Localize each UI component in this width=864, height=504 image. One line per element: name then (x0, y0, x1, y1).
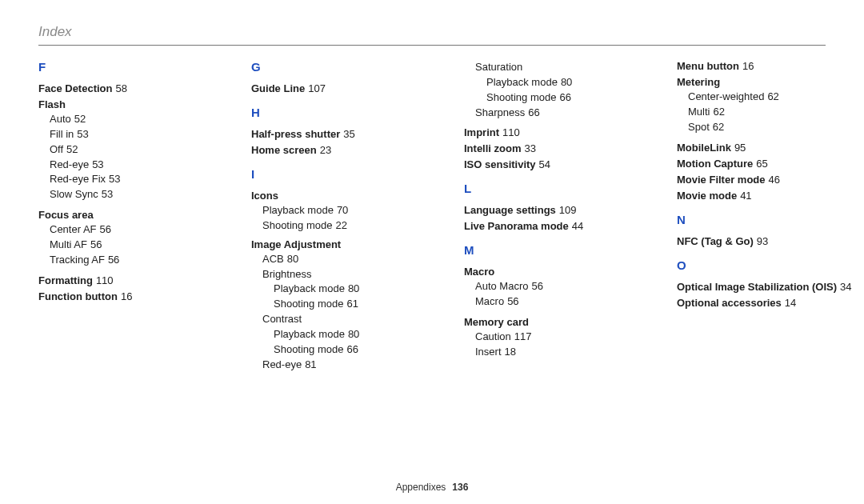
page-ref: 54 (539, 158, 550, 170)
page-ref: 46 (769, 174, 780, 186)
sub-ia-contrast: Contrast (262, 312, 442, 327)
page-ref: 56 (100, 223, 111, 235)
entry-label: Center-weighted (688, 90, 764, 102)
letter-o: O (677, 258, 864, 272)
entry-label: Playback mode (274, 328, 345, 340)
page-ref: 41 (740, 190, 751, 202)
page-ref: 23 (320, 144, 331, 156)
entry-icons: Icons (251, 190, 442, 202)
entry-label: Language settings (464, 204, 556, 216)
page-ref: 81 (305, 358, 316, 370)
entry-guide-line: Guide Line107 (251, 82, 442, 94)
entry-label: Live Panorama mode (464, 220, 569, 232)
page-ref: 95 (734, 142, 746, 154)
page-ref: 52 (66, 143, 78, 155)
entry-memory-card: Memory card (464, 316, 654, 328)
page-ref: 52 (74, 113, 86, 125)
sub-ia-brightness: Brightness (262, 267, 442, 282)
sub-fa-track: Tracking AF56 (50, 253, 229, 268)
page-ref: 56 (90, 238, 102, 250)
sub-icons-pb: Playback mode70 (262, 203, 442, 218)
entry-focus-area: Focus area (38, 209, 229, 221)
entry-label: Multi (688, 106, 710, 118)
entry-face-detection: Face Detection58 (38, 82, 229, 94)
entry-label: Center AF (50, 223, 97, 235)
index-page: Index F Face Detection58 Flash Auto52 Fi… (0, 0, 864, 504)
sub-ia-saturation: Saturation (475, 60, 654, 75)
page-ref: 66 (559, 91, 570, 103)
footer-page-number: 136 (452, 482, 468, 493)
sub-ia-acb: ACB80 (262, 252, 442, 267)
entry-label: Optional accessories (677, 297, 782, 309)
entry-label: Imprint (464, 126, 499, 138)
entry-mobilelink: MobileLink95 (677, 142, 864, 154)
page-footer: Appendixes136 (0, 482, 864, 493)
entry-metering: Metering (677, 76, 864, 88)
page-ref: 80 (348, 282, 359, 294)
entry-label: Formatting (38, 274, 93, 286)
entry-label: MobileLink (677, 142, 731, 154)
letter-n: N (677, 213, 864, 226)
page-ref: 18 (505, 346, 516, 358)
page-ref: 62 (767, 90, 778, 102)
entry-label: Playback mode (486, 76, 558, 88)
letter-f: F (38, 60, 229, 74)
page-ref: 53 (77, 128, 88, 140)
entry-label: Shooting mode (274, 343, 343, 355)
entry-label: Playback mode (274, 282, 345, 294)
entry-label: Home screen (251, 144, 317, 156)
entry-label: Guide Line (251, 82, 305, 94)
subsub-ia-ct-sh: Shooting mode66 (274, 342, 442, 358)
entry-label: Slow Sync (50, 188, 98, 200)
page-ref: 109 (559, 204, 577, 216)
letter-i: I (251, 167, 442, 181)
sub-fa-center: Center AF56 (50, 222, 229, 238)
subsub-ia-sa-pb: Playback mode80 (486, 75, 654, 90)
page-ref: 56 (108, 254, 119, 266)
entry-movie-filter: Movie Filter mode46 (677, 174, 864, 186)
entry-label: Spot (688, 121, 710, 133)
page-ref: 65 (756, 158, 767, 170)
entry-label: Tracking AF (50, 254, 105, 266)
entry-label: Movie Filter mode (677, 174, 766, 186)
entry-label: Caution (475, 330, 511, 342)
entry-half-press: Half-press shutter35 (251, 128, 442, 140)
entry-label: Red-eye Fix (50, 173, 106, 185)
page-title: Index (38, 24, 826, 40)
entry-label: Macro (475, 295, 504, 307)
sub-met-spot: Spot62 (688, 120, 864, 135)
column-2: G Guide Line107 H Half-press shutter35 H… (251, 60, 442, 460)
entry-motion-capture: Motion Capture65 (677, 158, 864, 170)
entry-iso: ISO sensitivity54 (464, 158, 654, 170)
page-ref: 66 (346, 343, 358, 355)
page-ref: 53 (92, 158, 103, 170)
page-ref: 58 (115, 82, 126, 94)
entry-language: Language settings109 (464, 204, 654, 216)
entry-intelli-zoom: Intelli zoom33 (464, 142, 654, 154)
page-ref: 34 (840, 281, 851, 293)
page-ref: 56 (507, 295, 518, 307)
sub-flash-redeye: Red-eye53 (50, 158, 229, 173)
entry-label: Intelli zoom (464, 142, 522, 154)
entry-function-button: Function button16 (38, 290, 229, 302)
sub-macro-auto: Auto Macro56 (475, 279, 654, 294)
page-ref: 53 (109, 173, 120, 185)
page-ref: 70 (337, 204, 348, 216)
entry-formatting: Formatting110 (38, 274, 229, 286)
page-ref: 80 (287, 253, 298, 265)
page-ref: 16 (121, 290, 132, 302)
entry-movie-mode: Movie mode41 (677, 190, 864, 202)
page-ref: 35 (343, 128, 354, 140)
footer-section: Appendixes (396, 482, 446, 493)
entry-label: Auto (50, 113, 71, 125)
sub-flash-redeyefix: Red-eye Fix53 (50, 172, 229, 187)
page-ref: 14 (785, 297, 796, 309)
page-ref: 62 (713, 121, 724, 133)
page-ref: 110 (502, 126, 520, 138)
entry-label: Shooting mode (486, 91, 556, 103)
sub-ia-redeye: Red-eye81 (262, 358, 442, 373)
entry-label: Red-eye (262, 358, 302, 370)
entry-label: NFC (Tag & Go) (677, 235, 754, 247)
sub-macro-macro: Macro56 (475, 294, 654, 310)
letter-l: L (464, 182, 654, 195)
